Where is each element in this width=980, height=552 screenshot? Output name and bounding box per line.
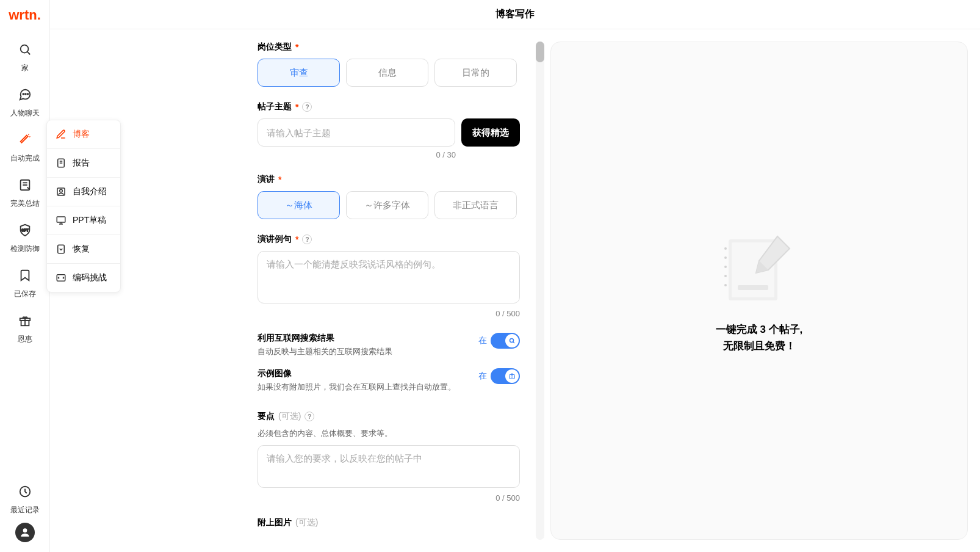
- wand-icon: [18, 133, 32, 150]
- nav-gift[interactable]: 恩惠: [0, 307, 49, 352]
- toggle-state: 在: [478, 335, 487, 346]
- svg-point-18: [60, 189, 63, 192]
- page-title: 博客写作: [495, 8, 535, 21]
- content: 岗位类型* 审查 信息 日常的 帖子主题* ?: [50, 29, 980, 552]
- avatar[interactable]: [15, 523, 35, 542]
- search-toggle[interactable]: [491, 333, 520, 349]
- help-icon[interactable]: ?: [302, 234, 312, 244]
- nav-detect[interactable]: GPT 检测防御: [0, 216, 49, 261]
- presentation-icon: [56, 215, 67, 226]
- submenu-blog[interactable]: 博客: [47, 120, 120, 149]
- logo: wrtn.: [9, 7, 41, 23]
- bookmark-icon: [18, 269, 32, 285]
- nav-label: 自动完成: [10, 153, 40, 164]
- field-label: 演讲*: [258, 174, 520, 185]
- submenu-label: PPT草稿: [73, 215, 106, 226]
- svg-rect-22: [58, 245, 65, 253]
- svg-rect-26: [510, 375, 515, 379]
- pill-review[interactable]: 审查: [258, 59, 340, 87]
- pill-speech-0[interactable]: ～海体: [258, 191, 340, 219]
- svg-point-4: [27, 93, 28, 95]
- featured-button[interactable]: 获得精选: [461, 118, 520, 147]
- nav-home[interactable]: 家: [0, 35, 49, 81]
- nav-label: 检测防御: [10, 244, 40, 254]
- svg-rect-35: [738, 285, 768, 290]
- field-label: 要点 (可选) ?: [258, 411, 520, 422]
- submenu-label: 博客: [73, 129, 90, 140]
- nav-label: 人物聊天: [10, 108, 40, 118]
- submenu-label: 恢复: [73, 244, 90, 255]
- preview-box: 一键完成 3 个帖子, 无限制且免费！: [550, 42, 968, 540]
- pill-group-job-type: 审查 信息 日常的: [258, 59, 520, 87]
- camera-icon: [505, 369, 519, 383]
- nav-label: 家: [21, 63, 29, 73]
- chat-icon: [18, 88, 32, 104]
- pill-info[interactable]: 信息: [346, 59, 428, 87]
- toggle-title: 利用互联网搜索结果: [258, 333, 478, 344]
- field-points: 要点 (可选) ? 必须包含的内容、总体概要、要求等。 0 / 500: [258, 411, 520, 503]
- nav-summary[interactable]: 完美总结: [0, 171, 49, 216]
- field-topic: 帖子主题* ? 获得精选 0 / 30: [258, 101, 520, 159]
- svg-point-31: [724, 256, 727, 259]
- svg-rect-19: [57, 217, 65, 222]
- search-icon: [505, 334, 519, 347]
- toggle-state: 在: [478, 371, 487, 382]
- gift-icon: [18, 314, 32, 330]
- field-label: 岗位类型*: [258, 42, 520, 53]
- svg-point-30: [724, 247, 727, 250]
- summary-icon: [18, 178, 32, 195]
- svg-point-27: [511, 376, 513, 377]
- search-icon: [18, 43, 32, 59]
- submenu-label: 报告: [73, 158, 90, 169]
- example-textarea[interactable]: [258, 251, 520, 303]
- scrollbar[interactable]: [536, 42, 544, 540]
- scrollbar-thumb[interactable]: [536, 42, 544, 62]
- counter: 0 / 500: [258, 309, 520, 318]
- nav-autocomplete[interactable]: 自动完成: [0, 126, 49, 171]
- svg-text:GPT: GPT: [21, 228, 29, 232]
- svg-point-34: [724, 284, 727, 286]
- submenu-ppt[interactable]: PPT草稿: [47, 206, 120, 235]
- field-label: 帖子主题* ?: [258, 101, 520, 112]
- points-textarea[interactable]: [258, 445, 520, 488]
- svg-point-13: [23, 528, 27, 532]
- svg-point-32: [724, 266, 727, 268]
- code-icon: [56, 272, 67, 283]
- field-job-type: 岗位类型* 审查 信息 日常的: [258, 42, 520, 87]
- nav-label: 已保存: [14, 289, 36, 299]
- toggle-desc: 自动反映与主题相关的互联网搜索结果: [258, 346, 478, 357]
- topic-input[interactable]: [258, 118, 455, 147]
- submenu-code[interactable]: 编码挑战: [47, 264, 120, 292]
- submenu-label: 自我介绍: [73, 186, 107, 197]
- pill-speech-1[interactable]: ～许多字体: [346, 191, 428, 219]
- nav-saved[interactable]: 已保存: [0, 261, 49, 307]
- image-toggle[interactable]: [491, 368, 520, 384]
- header: 博客写作: [50, 0, 980, 29]
- submenu-report[interactable]: 报告: [47, 149, 120, 178]
- clock-icon: [18, 485, 32, 501]
- submenu-intro[interactable]: 自我介绍: [47, 178, 120, 206]
- notebook-pencil-icon: [719, 227, 799, 307]
- nav-recent[interactable]: 最近记录: [0, 478, 49, 523]
- person-icon: [56, 186, 67, 197]
- svg-line-1: [27, 52, 30, 55]
- svg-line-25: [513, 342, 515, 344]
- blog-icon: [56, 129, 67, 140]
- preview-panel: 一键完成 3 个帖子, 无限制且免费！: [544, 29, 980, 552]
- toggle-search: 利用互联网搜索结果 自动反映与主题相关的互联网搜索结果 在: [258, 333, 520, 357]
- form-panel: 岗位类型* 审查 信息 日常的 帖子主题* ?: [50, 29, 544, 552]
- report-icon: [56, 158, 67, 169]
- sidebar: wrtn. 家 人物聊天 自动完成 完美总结 GPT 检测防御 已保存 恩惠: [0, 0, 50, 552]
- counter: 0 / 30: [258, 150, 456, 159]
- help-icon[interactable]: ?: [304, 412, 314, 421]
- nav-chat[interactable]: 人物聊天: [0, 81, 49, 126]
- field-label: 附上图片 (可选): [258, 517, 520, 528]
- pill-speech-2[interactable]: 非正式语言: [434, 191, 517, 219]
- toggle-title: 示例图像: [258, 368, 478, 379]
- submenu-recover[interactable]: 恢复: [47, 235, 120, 264]
- help-icon[interactable]: ?: [302, 102, 312, 112]
- field-example: 演讲例句* ? 0 / 500: [258, 234, 520, 318]
- pill-daily[interactable]: 日常的: [434, 59, 517, 87]
- svg-point-2: [23, 93, 24, 95]
- field-attach: 附上图片 (可选): [258, 517, 520, 528]
